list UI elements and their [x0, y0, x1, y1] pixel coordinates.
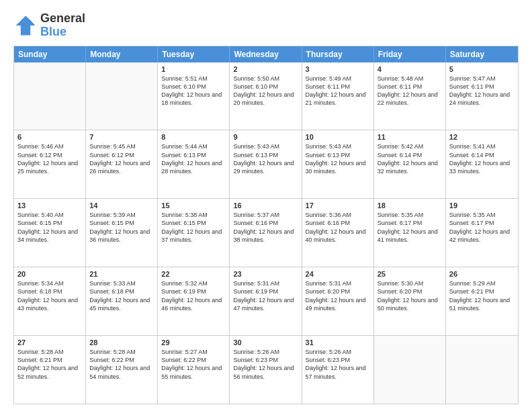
- calendar-cell: 2Sunrise: 5:50 AM Sunset: 6:10 PM Daylig…: [230, 62, 302, 130]
- header-day-saturday: Saturday: [446, 46, 518, 62]
- calendar-body: 1Sunrise: 5:51 AM Sunset: 6:10 PM Daylig…: [14, 62, 518, 404]
- day-number: 14: [89, 201, 154, 210]
- day-info: Sunrise: 5:41 AM Sunset: 6:14 PM Dayligh…: [449, 142, 515, 175]
- day-info: Sunrise: 5:38 AM Sunset: 6:15 PM Dayligh…: [161, 211, 226, 244]
- day-number: 6: [17, 133, 82, 141]
- calendar-cell: 31Sunrise: 5:26 AM Sunset: 6:23 PM Dayli…: [302, 336, 374, 404]
- day-info: Sunrise: 5:50 AM Sunset: 6:10 PM Dayligh…: [233, 75, 298, 107]
- logo: General Blue: [13, 12, 85, 39]
- calendar-cell: 9Sunrise: 5:43 AM Sunset: 6:13 PM Daylig…: [230, 130, 302, 198]
- day-info: Sunrise: 5:31 AM Sunset: 6:19 PM Dayligh…: [233, 279, 298, 312]
- day-number: 4: [378, 65, 442, 73]
- calendar-cell: 10Sunrise: 5:43 AM Sunset: 6:13 PM Dayli…: [302, 130, 374, 198]
- calendar: SundayMondayTuesdayWednesdayThursdayFrid…: [13, 46, 519, 404]
- header-day-friday: Friday: [374, 46, 446, 62]
- calendar-cell: 12Sunrise: 5:41 AM Sunset: 6:14 PM Dayli…: [446, 130, 518, 198]
- calendar-cell: 6Sunrise: 5:46 AM Sunset: 6:12 PM Daylig…: [14, 130, 86, 198]
- day-info: Sunrise: 5:29 AM Sunset: 6:21 PM Dayligh…: [449, 279, 515, 312]
- logo-text: General Blue: [40, 12, 85, 39]
- day-number: 30: [233, 338, 298, 347]
- calendar-row-2: 6Sunrise: 5:46 AM Sunset: 6:12 PM Daylig…: [14, 130, 518, 198]
- day-info: Sunrise: 5:35 AM Sunset: 6:17 PM Dayligh…: [378, 211, 442, 244]
- logo-icon: [13, 13, 38, 38]
- day-info: Sunrise: 5:51 AM Sunset: 6:10 PM Dayligh…: [161, 75, 226, 107]
- calendar-cell: 17Sunrise: 5:36 AM Sunset: 6:16 PM Dayli…: [302, 199, 374, 267]
- day-info: Sunrise: 5:46 AM Sunset: 6:12 PM Dayligh…: [17, 142, 82, 175]
- day-info: Sunrise: 5:32 AM Sunset: 6:19 PM Dayligh…: [161, 279, 226, 312]
- day-number: 7: [89, 133, 154, 141]
- day-info: Sunrise: 5:30 AM Sunset: 6:20 PM Dayligh…: [378, 279, 442, 312]
- calendar-cell: 11Sunrise: 5:42 AM Sunset: 6:14 PM Dayli…: [374, 130, 446, 198]
- calendar-cell: 22Sunrise: 5:32 AM Sunset: 6:19 PM Dayli…: [158, 267, 230, 335]
- calendar-cell: 4Sunrise: 5:48 AM Sunset: 6:11 PM Daylig…: [374, 62, 446, 130]
- day-info: Sunrise: 5:45 AM Sunset: 6:12 PM Dayligh…: [89, 142, 154, 175]
- day-number: 5: [449, 65, 515, 73]
- calendar-cell: 26Sunrise: 5:29 AM Sunset: 6:21 PM Dayli…: [446, 267, 518, 335]
- calendar-cell: 15Sunrise: 5:38 AM Sunset: 6:15 PM Dayli…: [158, 199, 230, 267]
- day-number: 19: [449, 201, 515, 210]
- day-info: Sunrise: 5:26 AM Sunset: 6:23 PM Dayligh…: [306, 348, 370, 381]
- calendar-cell: [86, 62, 158, 130]
- svg-marker-0: [16, 15, 36, 35]
- calendar-cell: [14, 62, 86, 130]
- day-number: 1: [161, 65, 226, 73]
- day-number: 28: [89, 338, 154, 347]
- day-number: 17: [306, 201, 370, 210]
- calendar-cell: 30Sunrise: 5:26 AM Sunset: 6:23 PM Dayli…: [230, 336, 302, 404]
- calendar-cell: 13Sunrise: 5:40 AM Sunset: 6:15 PM Dayli…: [14, 199, 86, 267]
- day-number: 15: [161, 201, 226, 210]
- calendar-cell: [374, 336, 446, 404]
- day-number: 22: [161, 270, 226, 278]
- header: General Blue: [13, 12, 519, 39]
- calendar-cell: 1Sunrise: 5:51 AM Sunset: 6:10 PM Daylig…: [158, 62, 230, 130]
- calendar-cell: 23Sunrise: 5:31 AM Sunset: 6:19 PM Dayli…: [230, 267, 302, 335]
- day-number: 20: [17, 270, 82, 278]
- day-number: 2: [233, 65, 298, 73]
- day-number: 13: [17, 201, 82, 210]
- calendar-cell: 20Sunrise: 5:34 AM Sunset: 6:18 PM Dayli…: [14, 267, 86, 335]
- calendar-cell: 28Sunrise: 5:28 AM Sunset: 6:22 PM Dayli…: [86, 336, 158, 404]
- day-number: 26: [449, 270, 515, 278]
- day-info: Sunrise: 5:48 AM Sunset: 6:11 PM Dayligh…: [378, 75, 442, 107]
- day-info: Sunrise: 5:44 AM Sunset: 6:13 PM Dayligh…: [161, 142, 226, 175]
- calendar-cell: 29Sunrise: 5:27 AM Sunset: 6:22 PM Dayli…: [158, 336, 230, 404]
- calendar-cell: 5Sunrise: 5:47 AM Sunset: 6:11 PM Daylig…: [446, 62, 518, 130]
- day-info: Sunrise: 5:43 AM Sunset: 6:13 PM Dayligh…: [233, 142, 298, 175]
- calendar-cell: 3Sunrise: 5:49 AM Sunset: 6:11 PM Daylig…: [302, 62, 374, 130]
- day-info: Sunrise: 5:26 AM Sunset: 6:23 PM Dayligh…: [233, 348, 298, 381]
- day-number: 10: [306, 133, 370, 141]
- day-number: 18: [378, 201, 442, 210]
- day-number: 27: [17, 338, 82, 347]
- day-number: 9: [233, 133, 298, 141]
- day-info: Sunrise: 5:27 AM Sunset: 6:22 PM Dayligh…: [161, 348, 226, 381]
- calendar-cell: [446, 336, 518, 404]
- calendar-cell: 14Sunrise: 5:39 AM Sunset: 6:15 PM Dayli…: [86, 199, 158, 267]
- day-number: 29: [161, 338, 226, 347]
- calendar-row-1: 1Sunrise: 5:51 AM Sunset: 6:10 PM Daylig…: [14, 62, 518, 130]
- calendar-cell: 18Sunrise: 5:35 AM Sunset: 6:17 PM Dayli…: [374, 199, 446, 267]
- day-info: Sunrise: 5:47 AM Sunset: 6:11 PM Dayligh…: [449, 75, 515, 107]
- calendar-cell: 27Sunrise: 5:28 AM Sunset: 6:21 PM Dayli…: [14, 336, 86, 404]
- day-info: Sunrise: 5:36 AM Sunset: 6:16 PM Dayligh…: [306, 211, 370, 244]
- calendar-row-3: 13Sunrise: 5:40 AM Sunset: 6:15 PM Dayli…: [14, 198, 518, 267]
- calendar-cell: 8Sunrise: 5:44 AM Sunset: 6:13 PM Daylig…: [158, 130, 230, 198]
- calendar-cell: 19Sunrise: 5:35 AM Sunset: 6:17 PM Dayli…: [446, 199, 518, 267]
- day-number: 31: [306, 338, 370, 347]
- header-day-wednesday: Wednesday: [230, 46, 302, 62]
- day-info: Sunrise: 5:40 AM Sunset: 6:15 PM Dayligh…: [17, 211, 82, 244]
- day-number: 16: [233, 201, 298, 210]
- calendar-cell: 24Sunrise: 5:31 AM Sunset: 6:20 PM Dayli…: [302, 267, 374, 335]
- calendar-cell: 21Sunrise: 5:33 AM Sunset: 6:18 PM Dayli…: [86, 267, 158, 335]
- day-info: Sunrise: 5:33 AM Sunset: 6:18 PM Dayligh…: [89, 279, 154, 312]
- day-info: Sunrise: 5:42 AM Sunset: 6:14 PM Dayligh…: [378, 142, 442, 175]
- calendar-row-5: 27Sunrise: 5:28 AM Sunset: 6:21 PM Dayli…: [14, 335, 518, 404]
- calendar-cell: 16Sunrise: 5:37 AM Sunset: 6:16 PM Dayli…: [230, 199, 302, 267]
- day-info: Sunrise: 5:34 AM Sunset: 6:18 PM Dayligh…: [17, 279, 82, 312]
- page: General Blue SundayMondayTuesdayWednesda…: [0, 0, 532, 411]
- calendar-header: SundayMondayTuesdayWednesdayThursdayFrid…: [14, 46, 518, 62]
- calendar-cell: 25Sunrise: 5:30 AM Sunset: 6:20 PM Dayli…: [374, 267, 446, 335]
- day-info: Sunrise: 5:43 AM Sunset: 6:13 PM Dayligh…: [306, 142, 370, 175]
- day-info: Sunrise: 5:35 AM Sunset: 6:17 PM Dayligh…: [449, 211, 515, 244]
- day-info: Sunrise: 5:31 AM Sunset: 6:20 PM Dayligh…: [306, 279, 370, 312]
- day-info: Sunrise: 5:28 AM Sunset: 6:22 PM Dayligh…: [89, 348, 154, 381]
